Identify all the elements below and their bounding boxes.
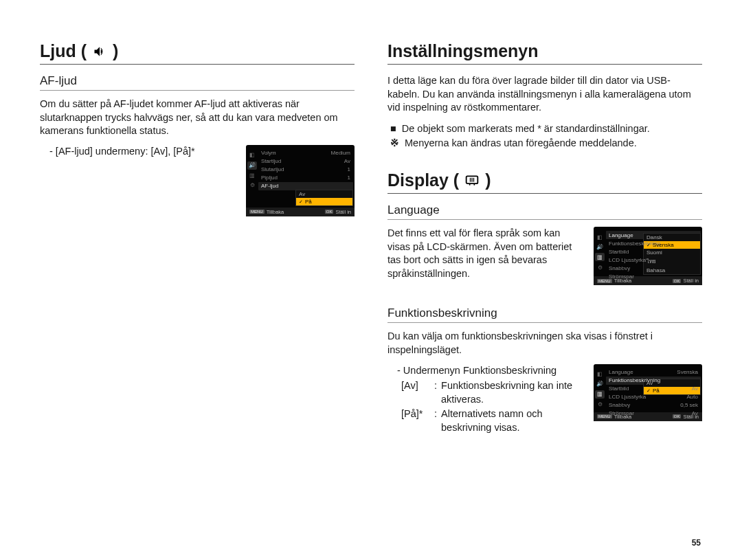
language-section: Language Det finns ett val för flera spr… [387,203,702,287]
def-label: [På]* [401,407,430,435]
funk-para: Du kan välja om funktionsbeskrivningen s… [387,330,702,357]
tab-icon: ⚙ [596,401,604,408]
reference-mark-icon: ※ [390,136,399,151]
heading-installningsmenyn: Inställningsmenyn [387,41,702,65]
language-para: Det finns ett val för flera språk som ka… [387,227,584,280]
camera-menu-shot-funk: ◧ 🔊 ▥ ⚙ LanguageSvenska Funktionsbeskriv… [594,364,702,421]
camera-menu-shot-language: ◧ 🔊 ▥ ⚙ Language Funktionsbeskrivning St… [594,227,702,285]
language-heading: Language [387,203,702,220]
right-column: Inställningsmenyn I detta läge kan du fö… [387,41,702,453]
funk-defs: [Av] : Funktionsbeskrivning kan inte akt… [387,379,584,434]
af-ljud-section: AF-ljud Om du sätter på AF-ljudet kommer… [40,74,355,216]
af-ljud-submenu: - [AF-ljud] undermeny: [Av], [På]* [40,145,236,159]
page-number: 55 [692,538,701,548]
left-column: Ljud ( ) AF-ljud Om du sätter på AF-ljud… [40,41,355,453]
speaker-icon [92,45,107,58]
heading-ljud: Ljud ( ) [40,41,355,65]
tab-icon: ◧ [596,234,604,240]
tab-display-icon: ▥ [595,253,605,261]
funk-heading: Funktionsbeskrivning [387,306,702,323]
funktionsbeskrivning-section: Funktionsbeskrivning Du kan välja om fun… [387,306,702,434]
tab-icon: 🔊 [596,243,604,250]
tab-icon: 🔊 [596,381,604,388]
heading-ljud-open: Ljud ( [40,41,87,61]
funk-submenu-head: - Undermenyn Funktionsbeskrivning [387,364,584,378]
def-text: Funktionsbeskrivning kan inte aktiveras. [441,379,584,407]
display-icon [464,174,480,188]
heading-display: Display ( ) [387,170,702,194]
tab-icon: ◧ [596,371,604,378]
def-text: Alternativets namn och beskrivning visas… [441,407,584,435]
tab-icon: ⚙ [596,264,604,271]
square-bullet-icon: ■ [390,122,396,137]
af-ljud-heading: AF-ljud [40,74,355,91]
tab-sound-icon: 🔊 [247,161,257,170]
bullet-1: De objekt som markerats med * är standar… [402,122,650,137]
settings-para: I detta läge kan du föra över lagrade bi… [387,74,702,115]
tab-icon: ⚙ [248,182,256,189]
af-ljud-para: Om du sätter på AF-ljudet kommer AF-ljud… [40,98,355,138]
heading-display-open: Display ( [387,170,459,190]
bullet-2: Menyerna kan ändras utan föregående medd… [405,136,637,151]
heading-ljud-close: ) [113,41,118,61]
tab-display-icon: ▥ [595,390,605,399]
tab-icon: ◧ [248,152,256,159]
heading-display-close: ) [485,170,491,190]
camera-menu-shot-afljud: ◧ 🔊 ▥ ⚙ VolymMedium StartljudAv Slutarlj… [246,145,355,216]
shot-menu-list: VolymMedium StartljudAv Slutarljud1 Pipl… [258,148,355,208]
def-label: [Av] [401,379,430,407]
tab-icon: ▥ [248,172,256,179]
settings-bullets: ■De objekt som markerats med * är standa… [387,122,702,152]
